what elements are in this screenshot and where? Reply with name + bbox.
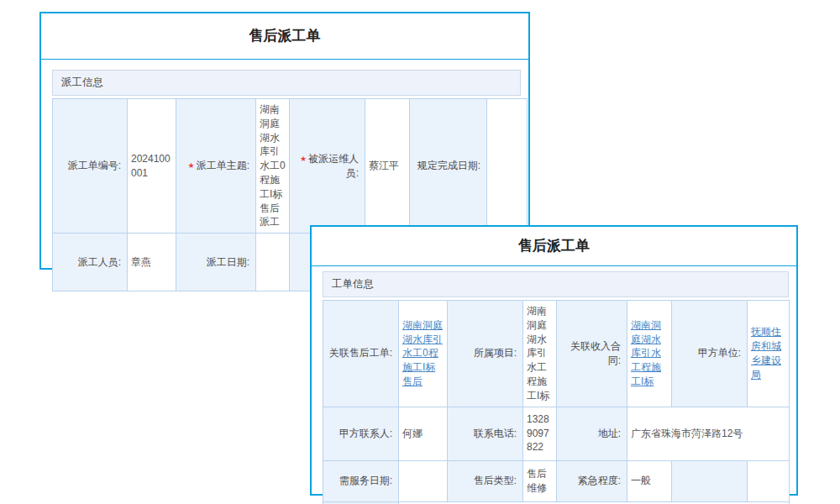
- field-label-text: 售后类型:: [474, 475, 517, 486]
- panel-title: 售后派工单: [312, 227, 796, 266]
- field-label-text: 派工单主题:: [197, 160, 249, 171]
- work-order-info-table: 关联售后工单: 湖南洞庭湖水库引水工0程施工I标售后 所属项目: 湖南洞庭湖水库…: [323, 300, 790, 504]
- panel-title: 售后派工单: [41, 13, 528, 60]
- field-label-text: 被派运维人员:: [308, 153, 359, 179]
- related-order-link[interactable]: 湖南洞庭湖水库引水工0程施工I标售后: [402, 319, 443, 387]
- field-value-dispatcher: 章燕: [128, 234, 176, 291]
- field-label-text: 关联收入合同:: [570, 340, 621, 366]
- field-value-order-no: 2024100001: [128, 99, 176, 234]
- field-label-related-order: 关联售后工单:: [323, 301, 399, 407]
- field-label-phone: 联系电话:: [448, 407, 523, 460]
- client-unit-link[interactable]: 抚顺住房和城乡建设局: [751, 326, 781, 380]
- required-star-icon: ★: [188, 161, 195, 170]
- field-label-address: 地址:: [557, 407, 627, 460]
- required-star-icon: ★: [300, 155, 307, 163]
- field-label-text: 派工日期:: [207, 256, 249, 268]
- field-label-subject: ★派工单主题:: [176, 99, 256, 234]
- field-label-client-unit: 甲方单位:: [672, 301, 748, 407]
- field-value-subject: 湖南洞庭湖水库引水工0程施工I标售后派工: [256, 99, 290, 234]
- field-label-order-no: 派工单编号:: [53, 99, 128, 234]
- work-order-panel: 售后派工单 工单信息 关联售后工单: 湖南洞庭湖水库引水工0程施工I标售后 所属…: [310, 225, 798, 496]
- field-value-client-contact: 何娜: [399, 407, 448, 460]
- field-label-client-contact: 甲方联系人:: [323, 407, 399, 460]
- field-label-dispatch-date: 派工日期:: [176, 234, 256, 291]
- field-label-dispatcher: 派工人员:: [53, 234, 128, 291]
- field-label-text: 地址:: [598, 428, 621, 439]
- field-label-service-type: 售后类型:: [448, 460, 523, 501]
- field-label-project: 所属项目:: [448, 301, 523, 407]
- field-value-urgency: 一般: [627, 460, 672, 501]
- panel-body: 工单信息 关联售后工单: 湖南洞庭湖水库引水工0程施工I标售后 所属项目: 湖南…: [312, 266, 796, 504]
- field-label-assignee: ★被派运维人员:: [290, 99, 365, 234]
- field-label-text: 甲方单位:: [698, 347, 741, 359]
- field-label-text: 关联售后工单:: [329, 347, 392, 359]
- field-value-income-contract: 湖南洞庭湖水库引水工程施工I标: [627, 301, 672, 407]
- field-label-urgency: 紧急程度:: [557, 460, 627, 501]
- field-value-assignee: 蔡江平: [365, 99, 410, 234]
- field-label-text: 派工单编号:: [68, 160, 121, 171]
- field-label-text: 联系电话:: [474, 428, 517, 439]
- field-label-text: 派工人员:: [78, 256, 121, 268]
- field-label-text: 需服务日期:: [339, 475, 392, 486]
- field-value-service-type: 售后维修: [523, 460, 557, 501]
- field-label-service-date: 需服务日期:: [323, 460, 399, 501]
- empty-label-cell: [672, 460, 748, 501]
- field-label-deadline: 规定完成日期:: [410, 99, 487, 234]
- field-value-address: 广东省珠海市菏泽路12号: [627, 407, 790, 460]
- field-value-dispatch-date: [256, 234, 290, 291]
- section-header-work-order-info: 工单信息: [323, 271, 789, 297]
- field-value-service-date: [399, 460, 448, 501]
- field-label-text: 甲方联系人:: [339, 428, 392, 439]
- field-value-deadline: [487, 99, 528, 234]
- section-header-dispatch-info: 派工信息: [52, 70, 521, 96]
- field-label-income-contract: 关联收入合同:: [557, 301, 627, 407]
- field-value-phone: 13289097822: [523, 407, 557, 460]
- field-value-client-unit: 抚顺住房和城乡建设局: [748, 301, 790, 407]
- field-label-text: 规定完成日期:: [417, 160, 480, 171]
- field-value-related-order: 湖南洞庭湖水库引水工0程施工I标售后: [399, 301, 448, 407]
- field-value-project: 湖南洞庭湖水库引水工程施工I标: [523, 301, 557, 407]
- field-label-text: 紧急程度:: [578, 475, 621, 486]
- income-contract-link[interactable]: 湖南洞庭湖水库引水工程施工I标: [631, 319, 661, 387]
- field-label-text: 所属项目:: [474, 347, 517, 359]
- empty-value-cell: [748, 460, 790, 501]
